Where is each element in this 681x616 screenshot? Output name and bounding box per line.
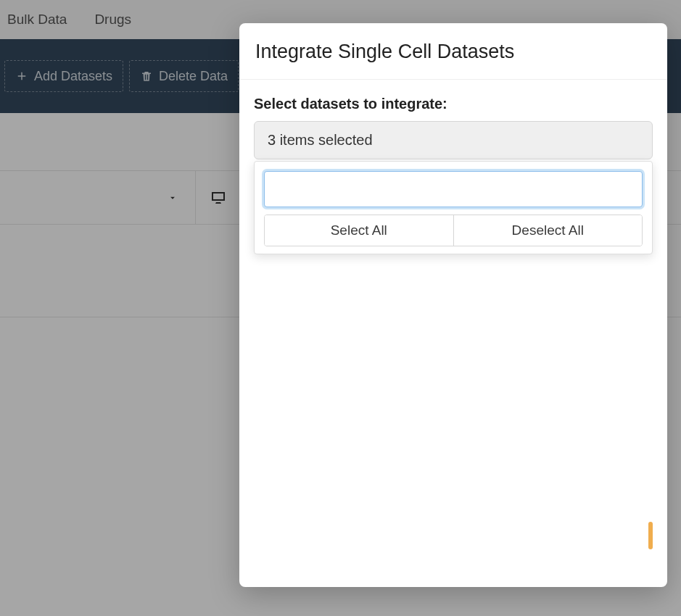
- select-all-button[interactable]: Select All: [265, 215, 453, 246]
- integrate-modal: Integrate Single Cell Datasets Select da…: [239, 23, 667, 587]
- bulk-select-buttons: Select All Deselect All: [264, 215, 643, 246]
- select-datasets-label: Select datasets to integrate:: [254, 96, 653, 112]
- deselect-all-button[interactable]: Deselect All: [453, 215, 643, 246]
- dropdown-panel: Select All Deselect All GSE117570_lung_n…: [254, 161, 653, 254]
- search-input[interactable]: [264, 171, 643, 207]
- modal-header: Integrate Single Cell Datasets: [239, 23, 667, 80]
- modal-title: Integrate Single Cell Datasets: [255, 41, 651, 63]
- modal-body: Select datasets to integrate: 3 items se…: [239, 80, 667, 254]
- selected-count-display[interactable]: 3 items selected: [254, 121, 653, 159]
- action-button-edge: [648, 522, 653, 549]
- dropdown-controls: Select All Deselect All: [255, 162, 652, 254]
